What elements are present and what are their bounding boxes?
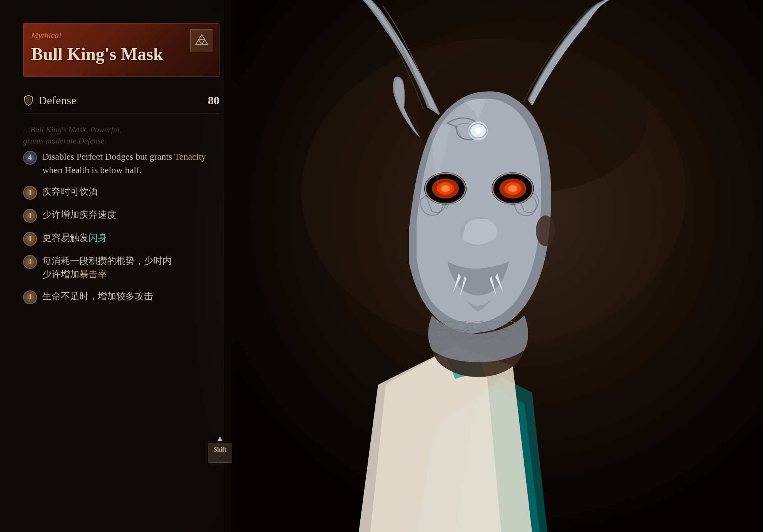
trait-item-1c: 1 更容易触发闪身 [23,231,219,246]
trait-badge-1c: 1 [23,232,37,246]
rarity-box: Mythical Bull King's Mask [23,23,219,77]
trait-item-1b: 1 少许增加疾奔速度 [23,208,219,223]
trait-text-1b: 少许增加疾奔速度 [42,208,116,222]
faded-desc-line1: …Bull King's Mask, Powerful, [23,124,219,135]
svg-point-12 [441,185,450,192]
shield-icon [23,94,34,107]
svg-point-18 [508,185,517,192]
item-name: Bull King's Mask [31,44,211,65]
trait-text-1e: 生命不足时，增加较多攻击 [42,290,153,303]
trait-item-1e: 1 生命不足时，增加较多攻击 [23,290,219,304]
traits-list: 4 Disables Perfect Dodges but grants Ten… [23,150,219,509]
scroll-shift-button[interactable]: Shift + [208,444,232,463]
scroll-btn-label: Shift [214,446,226,453]
stat-defense-value: 80 [208,94,219,107]
svg-point-21 [201,35,202,37]
trait-text-4: Disables Perfect Dodges but grants Tenac… [42,150,219,177]
info-panel: Mythical Bull King's Mask Defense 80 …Bu… [0,0,239,532]
character-art-svg [224,0,763,532]
scroll-btn-sub: + [219,454,222,460]
faded-description: …Bull King's Mask, Powerful, grants mode… [23,124,219,147]
trait-item-1a: 1 疾奔时可饮酒 [23,185,219,200]
faction-icon [190,29,213,52]
trait-badge-1e: 1 [23,290,37,304]
trait-item-1d: 1 每消耗一段积攒的棍势，少时内少许增加暴击率 [23,254,219,281]
trait-text-1c: 更容易触发闪身 [42,231,107,245]
svg-point-6 [475,128,481,134]
rarity-label: Mythical [31,30,211,40]
stat-defense-label: Defense [38,94,203,107]
character-portrait [224,0,763,532]
defense-stat-row: Defense 80 [23,88,219,113]
scroll-indicator: ▲ Shift + [208,434,232,463]
trait-badge-1d: 1 [23,255,37,269]
trait-badge-1b: 1 [23,209,37,223]
trait-text-1d: 每消耗一段积攒的棍势，少时内少许增加暴击率 [42,254,172,281]
faded-desc-line2: grants moderate Defense. [23,135,219,147]
svg-point-20 [536,215,555,246]
trait-badge-1a: 1 [23,186,37,200]
trait-text-1a: 疾奔时可饮酒 [42,185,98,198]
scroll-arrow-up[interactable]: ▲ [214,434,226,442]
trait-badge-4: 4 [23,151,37,165]
trait-item-4: 4 Disables Perfect Dodges but grants Ten… [23,150,219,177]
